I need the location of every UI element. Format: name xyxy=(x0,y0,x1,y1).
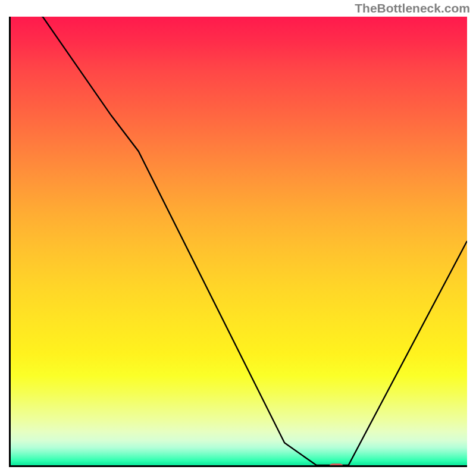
chart-container: TheBottleneck.com xyxy=(0,0,476,476)
optimum-marker xyxy=(329,464,343,467)
attribution-label: TheBottleneck.com xyxy=(355,1,470,15)
gradient-background xyxy=(11,17,467,465)
plot-area xyxy=(9,17,467,467)
